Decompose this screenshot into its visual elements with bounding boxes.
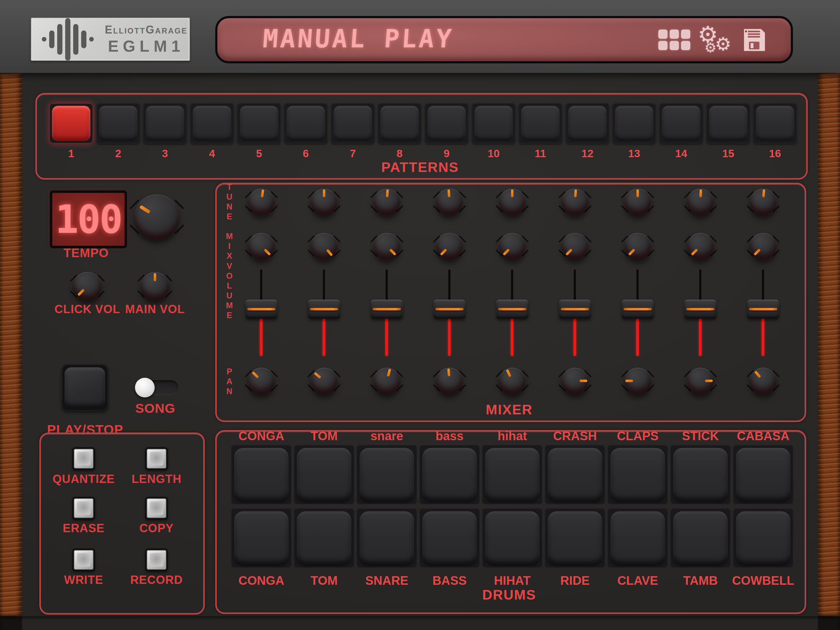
drum-pad-tom-2[interactable] [294, 508, 355, 568]
volume-slider-4[interactable] [434, 269, 466, 357]
tune-knob-5[interactable] [499, 188, 526, 215]
drum-label-ride: RIDE [543, 574, 606, 587]
drum-pad-hihat-1[interactable] [482, 445, 543, 505]
volume-slider-handle[interactable] [496, 300, 528, 319]
pan-knob-4[interactable] [436, 367, 463, 394]
pattern-button-4[interactable] [190, 103, 234, 144]
pattern-button-8[interactable] [377, 103, 422, 144]
save-floppy-icon[interactable] [741, 27, 767, 53]
tune-knob-6[interactable] [562, 188, 588, 215]
volume-slider-8[interactable] [684, 269, 717, 357]
erase-button[interactable] [72, 497, 95, 519]
mix-knob-1[interactable] [248, 233, 275, 259]
mix-knob-5[interactable] [499, 233, 526, 259]
volume-slider-handle[interactable] [622, 300, 654, 319]
pattern-button-1[interactable] [49, 103, 93, 144]
volume-slider-1[interactable] [245, 269, 277, 357]
pattern-button-15[interactable] [706, 103, 750, 144]
mix-knob-3[interactable] [374, 233, 400, 259]
drum-label-bass-bottom: BASS [418, 574, 481, 587]
pattern-button-3[interactable] [143, 103, 187, 144]
pan-knob-6[interactable] [562, 367, 588, 394]
pattern-button-16[interactable] [753, 103, 797, 144]
pattern-button-13[interactable] [612, 103, 656, 144]
volume-slider-handle[interactable] [371, 300, 403, 319]
drum-pad-stick[interactable] [670, 445, 731, 505]
pattern-button-6[interactable] [284, 103, 328, 144]
tune-knob-8[interactable] [687, 188, 714, 215]
pattern-number: 1 [49, 147, 93, 160]
drum-pad-cowbell[interactable] [733, 508, 794, 568]
song-toggle[interactable] [135, 380, 178, 395]
tune-knob-3[interactable] [374, 188, 400, 215]
pan-knob-2[interactable] [311, 367, 337, 394]
tune-knob-9[interactable] [750, 188, 776, 215]
patterns-title: PATTERNS [35, 159, 805, 175]
copy-button[interactable] [145, 497, 168, 519]
pattern-button-7[interactable] [331, 103, 375, 144]
tune-knob-4[interactable] [436, 188, 463, 215]
pattern-grid-icon[interactable] [658, 30, 693, 51]
mix-knob-8[interactable] [687, 233, 714, 259]
volume-slider-3[interactable] [371, 269, 403, 357]
pan-knob-7[interactable] [624, 367, 651, 394]
drum-pad-tamb[interactable] [670, 508, 731, 568]
pattern-button-10[interactable] [472, 103, 516, 144]
drum-pad-tom-1[interactable] [294, 445, 355, 505]
settings-gears-icon[interactable]: ⚙⚙⚙ [696, 21, 733, 59]
drum-pad-ride[interactable] [545, 508, 605, 568]
main-vol-knob[interactable] [141, 272, 169, 300]
write-button[interactable] [72, 548, 95, 571]
drum-label-snare-bottom: SNARE [355, 574, 418, 587]
drum-pad-snare-2[interactable] [356, 508, 417, 568]
drum-pad-crash[interactable] [545, 445, 605, 505]
drum-pad-conga-1[interactable] [231, 445, 292, 505]
volume-slider-6[interactable] [559, 269, 591, 357]
drum-pad-bass-2[interactable] [419, 508, 480, 568]
volume-slider-handle[interactable] [747, 300, 779, 319]
tune-knob-2[interactable] [311, 188, 337, 215]
play-stop-button[interactable] [62, 364, 108, 411]
pattern-button-12[interactable] [565, 103, 609, 144]
mix-knob-4[interactable] [436, 233, 463, 259]
pan-knob-9[interactable] [750, 367, 776, 394]
pattern-button-9[interactable] [425, 103, 469, 144]
length-button[interactable] [145, 447, 168, 470]
drum-pad-clave[interactable] [607, 508, 668, 568]
mix-knob-2[interactable] [311, 233, 337, 259]
pan-knob-5[interactable] [499, 367, 526, 394]
tempo-knob[interactable] [134, 195, 179, 239]
volume-slider-handle[interactable] [684, 300, 717, 319]
volume-slider-handle[interactable] [559, 300, 591, 319]
pattern-button-2[interactable] [96, 103, 140, 144]
pan-knob-3[interactable] [374, 367, 400, 394]
drum-pad-claps[interactable] [607, 445, 668, 505]
mix-knob-9[interactable] [750, 233, 776, 259]
volume-slider-9[interactable] [747, 269, 779, 357]
quantize-button[interactable] [72, 447, 95, 470]
tune-knob-7[interactable] [624, 188, 651, 215]
tune-knob-1[interactable] [248, 188, 275, 215]
pattern-button-11[interactable] [518, 103, 562, 144]
drum-pad-conga-2[interactable] [231, 508, 292, 568]
pattern-button-14[interactable] [659, 103, 703, 144]
volume-slider-handle[interactable] [434, 300, 466, 319]
mix-knob-6[interactable] [562, 233, 588, 259]
song-toggle-knob[interactable] [135, 378, 155, 397]
volume-slider-2[interactable] [308, 269, 340, 357]
drum-pad-cabasa[interactable] [733, 445, 794, 505]
drum-pad-hihat-2[interactable] [482, 508, 543, 568]
volume-slider-handle[interactable] [308, 300, 340, 319]
volume-slider-5[interactable] [496, 269, 528, 357]
pan-knob-8[interactable] [687, 367, 714, 394]
pan-knob-1[interactable] [248, 367, 275, 394]
volume-slider-handle[interactable] [245, 300, 277, 319]
brand-text: ElliottGarage EGLM1 [103, 24, 189, 55]
drum-pad-snare-1[interactable] [356, 445, 417, 505]
mix-knob-7[interactable] [624, 233, 651, 259]
drum-pad-bass-1[interactable] [419, 445, 480, 505]
pattern-button-5[interactable] [237, 103, 281, 144]
record-button[interactable] [145, 548, 168, 571]
volume-slider-7[interactable] [622, 269, 654, 357]
click-vol-knob[interactable] [73, 272, 101, 300]
